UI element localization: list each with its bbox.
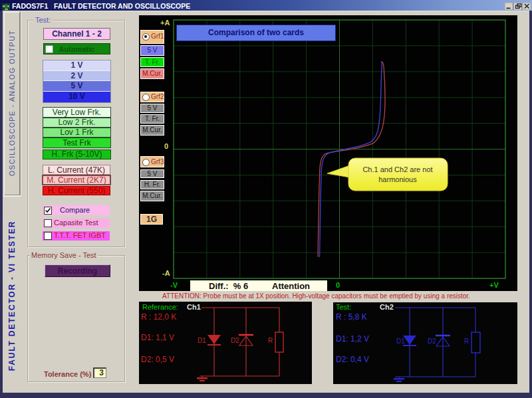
svg-text:D1: D1 — [198, 337, 206, 344]
svg-text:D2: D2 — [428, 338, 436, 345]
svg-text:R: R — [268, 337, 273, 344]
svg-text:D2: D2 — [231, 337, 239, 344]
svg-text:harmonious: harmonious — [378, 175, 417, 183]
svg-text:R: R — [464, 338, 469, 345]
svg-text:D1: D1 — [396, 338, 405, 345]
svg-text:Ch.1 and Ch2 are not: Ch.1 and Ch2 are not — [362, 165, 432, 173]
